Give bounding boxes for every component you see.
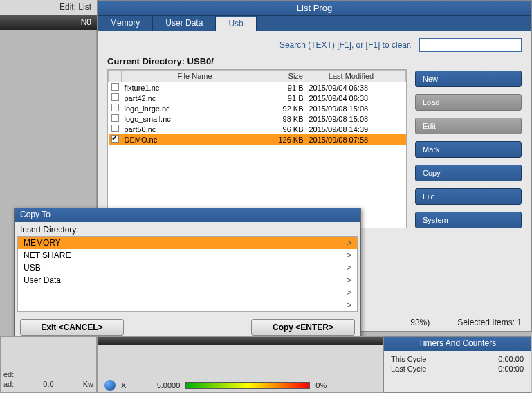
current-directory-label: Current Directory: USB0/: [98, 56, 531, 69]
edit-button: Edit: [415, 118, 522, 134]
file-size: 126 KB: [268, 134, 306, 145]
chevron-right-icon: >: [347, 263, 351, 273]
file-name: DEMO.nc: [122, 134, 268, 145]
row-checkbox[interactable]: [111, 125, 119, 132]
chevron-right-icon: >: [347, 288, 351, 298]
mid-status-panel: X 5.0000 0%: [97, 336, 383, 393]
row-checkbox[interactable]: [111, 135, 119, 143]
file-name: part42.nc: [122, 93, 268, 103]
timer-label: Last Cycle: [391, 365, 426, 373]
button-label: Load: [423, 98, 439, 107]
file-name: logo_large.nc: [122, 103, 268, 113]
load-meter: [185, 382, 310, 389]
chevron-right-icon: >: [347, 275, 351, 285]
copy-to-dialog: Copy To Insert Directory: MEMORY>NET SHA…: [14, 208, 361, 343]
list-prog-title: List Prog: [98, 1, 531, 16]
chevron-right-icon: >: [347, 300, 351, 310]
system-button[interactable]: System: [415, 212, 522, 228]
exit-cancel-button[interactable]: Exit <CANCEL>: [20, 319, 124, 336]
table-row[interactable]: DEMO.nc126 KB2015/09/08 07:58: [109, 134, 406, 145]
timers-panel: Timers And Counters This Cycle0:00:00Las…: [383, 336, 531, 393]
row-checkbox[interactable]: [111, 104, 119, 111]
dir-row[interactable]: >: [18, 286, 357, 299]
file-modified: 2015/09/08 15:08: [306, 103, 396, 113]
left-status-panel: ed: ad:0.0Kw: [0, 336, 97, 393]
x-value: 5.0000: [131, 381, 180, 390]
dir-label: MEMORY: [24, 238, 61, 248]
file-list: File Name Size Last Modified fixture1.nc…: [107, 69, 407, 228]
dir-row[interactable]: User Data>: [18, 274, 357, 286]
file-name: fixture1.nc: [122, 82, 268, 93]
col-size[interactable]: Size: [268, 71, 306, 82]
timer-value: 0:00:00: [498, 365, 524, 373]
button-label: New: [423, 75, 438, 83]
chevron-right-icon: >: [347, 238, 351, 248]
file-modified: 2015/09/08 15:08: [306, 113, 396, 124]
tab-usb[interactable]: Usb: [216, 16, 256, 31]
edit-mode-label: Edit: List: [0, 0, 97, 15]
ad-label: ad:: [3, 380, 14, 388]
file-modified: 2015/09/04 06:38: [306, 93, 396, 103]
dialog-list: MEMORY>NET SHARE>USB>User Data>>>: [17, 236, 358, 312]
tab-user-data[interactable]: User Data: [153, 16, 216, 31]
table-row[interactable]: part50.nc96 KB2015/09/08 14:39: [109, 124, 406, 134]
curdir-prefix: Current Directory:: [107, 56, 185, 66]
timer-label: This Cycle: [391, 355, 426, 363]
kw-label: Kw: [83, 380, 93, 388]
row-checkbox[interactable]: [111, 114, 119, 122]
dir-label: USB: [24, 263, 41, 273]
copy-enter-button[interactable]: Copy <ENTER>: [251, 319, 355, 336]
table-row[interactable]: part42.nc91 B2015/09/04 06:38: [109, 93, 406, 103]
file-modified: 2015/09/08 14:39: [306, 124, 396, 134]
dialog-title: Copy To: [15, 208, 360, 222]
search-hint: Search (TEXT) [F1], or [F1] to clear.: [279, 40, 412, 50]
file-name: logo_small.nc: [122, 113, 268, 124]
file-size: 92 KB: [268, 103, 306, 113]
col-filename[interactable]: File Name: [122, 71, 268, 82]
row-checkbox[interactable]: [111, 93, 119, 101]
dir-row[interactable]: USB>: [18, 262, 357, 274]
file-modified: 2015/09/08 07:58: [306, 134, 396, 145]
file-button[interactable]: File: [415, 188, 522, 205]
mark-button[interactable]: Mark: [415, 141, 522, 158]
file-name: part50.nc: [122, 124, 268, 134]
table-row[interactable]: logo_large.nc92 KB2015/09/08 15:08: [109, 103, 406, 113]
timers-title: Timers And Counters: [384, 337, 531, 351]
dialog-label: Insert Directory:: [15, 222, 360, 236]
row-checkbox[interactable]: [111, 83, 119, 91]
dir-row[interactable]: NET SHARE>: [18, 249, 357, 262]
curdir-path: USB0/: [187, 56, 214, 66]
timer-value: 0:00:00: [498, 355, 524, 363]
file-size: 98 KB: [268, 113, 306, 124]
chevron-right-icon: >: [347, 250, 351, 260]
x-label: X: [121, 381, 126, 390]
ed-label: ed:: [3, 370, 14, 378]
side-buttons: NewLoadEditMarkCopyFileSystem: [415, 69, 522, 228]
tab-memory[interactable]: Memory: [98, 16, 153, 31]
dir-label: NET SHARE: [24, 250, 71, 260]
tabs-bar: MemoryUser DataUsb: [98, 16, 531, 31]
copy-button[interactable]: Copy: [415, 165, 522, 181]
button-label: File: [423, 192, 435, 201]
timer-row: This Cycle0:00:00: [391, 355, 524, 363]
table-row[interactable]: fixture1.nc91 B2015/09/04 06:38: [109, 82, 406, 93]
file-size: 91 B: [268, 82, 306, 93]
new-button[interactable]: New: [415, 71, 522, 87]
timer-row: Last Cycle0:00:00: [391, 365, 524, 373]
n0-label: N0: [0, 15, 97, 30]
file-modified: 2015/09/04 06:38: [306, 82, 396, 93]
dir-row[interactable]: MEMORY>: [18, 237, 357, 249]
dir-label: User Data: [24, 275, 61, 285]
dir-row[interactable]: >: [18, 299, 357, 311]
selected-count: Selected Items: 1: [457, 318, 522, 327]
button-label: Edit: [423, 122, 436, 130]
disk-pct: 93%): [410, 318, 430, 327]
button-label: Copy: [423, 169, 441, 177]
table-row[interactable]: logo_small.nc98 KB2015/09/08 15:08: [109, 113, 406, 124]
col-modified[interactable]: Last Modified: [306, 71, 396, 82]
search-input[interactable]: [419, 38, 522, 52]
button-label: System: [423, 216, 448, 224]
load-button: Load: [415, 94, 522, 111]
search-row: Search (TEXT) [F1], or [F1] to clear.: [98, 31, 531, 56]
file-size: 91 B: [268, 93, 306, 103]
